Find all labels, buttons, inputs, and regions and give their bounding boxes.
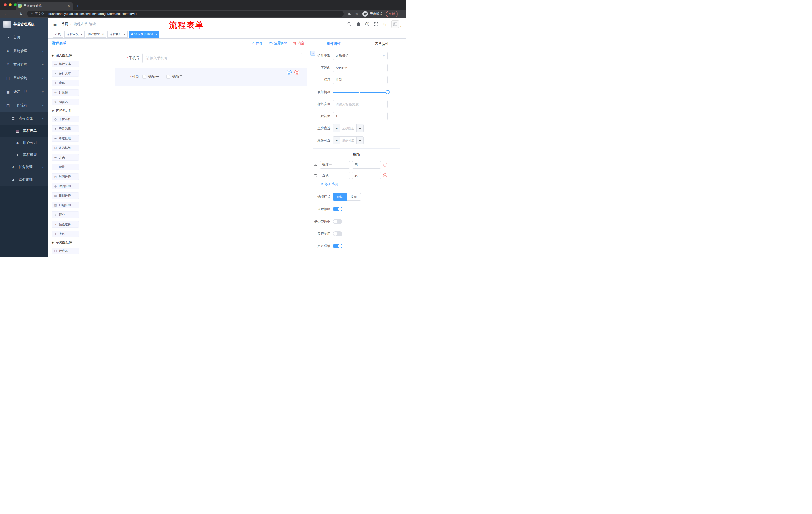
palette-item-counter[interactable]: ¹²³计数器: [52, 89, 79, 96]
palette-item-switch[interactable]: ⊸开关: [52, 154, 79, 161]
sidebar-logo[interactable]: 芋道管理系统: [0, 18, 49, 31]
title-input[interactable]: [333, 76, 388, 84]
default-value-input[interactable]: [333, 112, 388, 120]
palette-item-cascader[interactable]: ⋔级联选择: [52, 126, 79, 132]
update-button[interactable]: 更新: [386, 11, 398, 17]
tag-close-icon[interactable]: ×: [102, 33, 104, 36]
palette-item-multi-line-text[interactable]: ≡多行文本: [52, 70, 79, 77]
tab-form-props[interactable]: 表单属性: [358, 39, 406, 49]
gender-option1-checkbox[interactable]: 选项一: [142, 75, 159, 79]
palette-item-row-container[interactable]: ▢行容器: [52, 248, 79, 254]
palette-item-editor[interactable]: ✎编辑器: [52, 99, 79, 105]
sidebar-item-process-form[interactable]: ▥流程表单: [0, 125, 49, 137]
drag-handle-icon[interactable]: [314, 163, 318, 167]
sidebar-item-system-management[interactable]: ✻系统管理∨: [0, 44, 49, 58]
drag-handle-icon[interactable]: [314, 173, 318, 177]
palette-item-time-picker[interactable]: ◷时间选择: [52, 173, 79, 180]
search-icon[interactable]: [347, 22, 351, 26]
slider-track[interactable]: [333, 91, 388, 92]
window-minimize-button[interactable]: [8, 3, 11, 6]
plus-button[interactable]: +: [356, 137, 363, 144]
option-name-input[interactable]: [320, 161, 350, 169]
forward-button[interactable]: →: [10, 12, 17, 16]
palette-item-single-line-text[interactable]: ▭单行文本: [52, 61, 79, 67]
palette-item-rate[interactable]: ☆评分: [52, 212, 79, 218]
tag-process-form-edit[interactable]: 流程表单-编辑×: [129, 31, 160, 38]
sidebar-item-leave-query[interactable]: ♟请假查询: [0, 173, 49, 186]
add-option-button[interactable]: ⊕ 添加选项: [320, 182, 402, 186]
password-key-icon[interactable]: [347, 12, 353, 16]
delete-component-button[interactable]: [294, 70, 299, 75]
palette-item-checkbox-group[interactable]: ☑多选框组: [52, 144, 79, 151]
required-toggle[interactable]: [333, 244, 343, 248]
tag-close-icon[interactable]: ×: [155, 33, 157, 36]
show-label-toggle[interactable]: [333, 207, 343, 212]
github-icon[interactable]: [356, 22, 360, 26]
hamburger-icon[interactable]: ≣: [53, 21, 57, 27]
phone-field-row[interactable]: *手机号: [115, 52, 307, 64]
gender-field-row[interactable]: *性别 选项一 选项二: [115, 74, 307, 80]
font-size-icon[interactable]: TT: [383, 22, 387, 26]
view-json-button[interactable]: 查看json: [268, 41, 287, 46]
tab-close-icon[interactable]: ×: [67, 4, 70, 8]
sidebar-item-dev-tools[interactable]: ▣研发工具∨: [0, 85, 49, 99]
minus-button[interactable]: −: [333, 125, 340, 132]
minus-button[interactable]: −: [333, 137, 340, 144]
tag-process-model[interactable]: 流程模型×: [86, 31, 106, 38]
phone-input[interactable]: [142, 53, 302, 63]
field-name-input[interactable]: [333, 64, 388, 72]
selected-component[interactable]: *性别 选项一 选项二: [115, 67, 307, 86]
fullscreen-icon[interactable]: [374, 22, 378, 26]
tab-component-props[interactable]: 组件属性: [310, 39, 358, 49]
style-button-button[interactable]: 按钮: [347, 193, 361, 201]
option-value-input[interactable]: [352, 171, 381, 179]
plus-button[interactable]: +: [356, 125, 363, 132]
address-bar[interactable]: ⚠ 不安全 dashboard.yudao.iocoder.cn/bpm/man…: [27, 10, 344, 17]
window-zoom-button[interactable]: [13, 3, 17, 6]
tag-process-form[interactable]: 流程表单×: [107, 31, 127, 38]
tag-close-icon[interactable]: ×: [80, 33, 82, 36]
palette-item-color-picker[interactable]: ◑颜色选择: [52, 221, 79, 227]
disabled-toggle[interactable]: [333, 231, 343, 236]
slider-handle[interactable]: [386, 90, 390, 94]
gender-option2-checkbox[interactable]: 选项二: [166, 75, 183, 79]
browser-menu-icon[interactable]: ⋮: [400, 12, 404, 16]
bordered-toggle[interactable]: [333, 219, 343, 224]
save-button[interactable]: ✓ 保存: [252, 41, 263, 46]
sidebar-item-home[interactable]: ◔首页: [0, 31, 49, 44]
copy-component-button[interactable]: [287, 70, 292, 75]
link-icon[interactable]: ∞: [310, 51, 315, 56]
palette-item-date-range[interactable]: ▥日期范围: [52, 202, 79, 209]
security-indicator[interactable]: ⚠ 不安全: [31, 12, 44, 16]
help-icon[interactable]: ?: [365, 22, 369, 26]
component-type-select[interactable]: 多选框组 ∨: [333, 52, 388, 60]
window-close-button[interactable]: [3, 3, 6, 6]
clear-button[interactable]: 清空: [293, 41, 304, 46]
option-value-input[interactable]: [352, 161, 381, 169]
bookmark-star-icon[interactable]: ☆: [354, 12, 360, 16]
palette-item-slider[interactable]: ⊷滑块: [52, 164, 79, 170]
reload-button[interactable]: ↻: [18, 11, 24, 16]
min-select-value[interactable]: 至少应选: [340, 125, 356, 132]
new-tab-button[interactable]: +: [76, 3, 79, 8]
sidebar-item-task-management[interactable]: ⋔任务管理∨: [0, 161, 49, 173]
form-grid-slider[interactable]: [333, 88, 388, 96]
style-default-button[interactable]: 默认: [333, 193, 347, 201]
palette-item-time-range[interactable]: ◶时间范围: [52, 183, 79, 189]
label-width-input[interactable]: [333, 100, 388, 108]
sidebar-item-infrastructure[interactable]: ▤基础设施∨: [0, 72, 49, 85]
sidebar-item-process-management[interactable]: ≣流程管理∧: [0, 112, 49, 125]
palette-item-password[interactable]: ∗密码: [52, 80, 79, 86]
palette-item-select[interactable]: ◎下拉选择: [52, 116, 79, 123]
remove-option-icon[interactable]: −: [383, 163, 387, 167]
back-button[interactable]: ←: [2, 12, 9, 16]
palette-item-date-picker[interactable]: ▦日期选择: [52, 192, 79, 199]
remove-option-icon[interactable]: −: [383, 173, 387, 177]
palette-item-upload[interactable]: ↥上传: [52, 231, 79, 237]
tag-home[interactable]: 首页: [53, 31, 63, 38]
tag-close-icon[interactable]: ×: [123, 33, 125, 36]
max-select-value[interactable]: 最多可选: [340, 137, 356, 144]
sidebar-item-payment-management[interactable]: ¥支付管理∨: [0, 58, 49, 72]
tag-process-definition[interactable]: 流程定义×: [64, 31, 85, 38]
sidebar-item-process-model[interactable]: ➤流程模型: [0, 149, 49, 161]
